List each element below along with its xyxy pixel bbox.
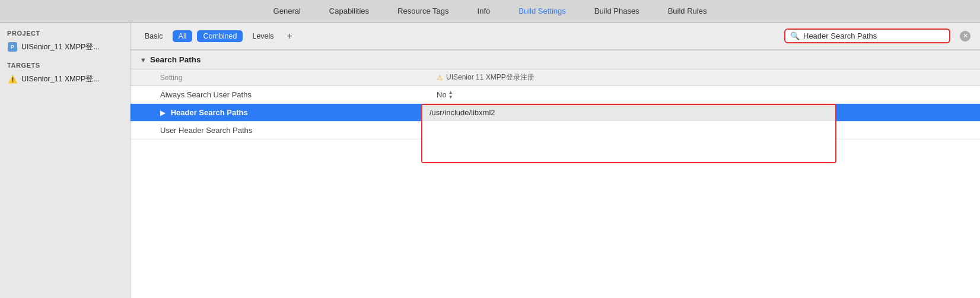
popup-value: /usr/include/libxml2 xyxy=(429,108,495,117)
col-header-target: ⚠ UISenior 11 XMPP登录注册 xyxy=(427,72,980,83)
project-section-header: PROJECT xyxy=(0,27,130,39)
close-search-button[interactable]: ✕ xyxy=(960,31,971,42)
project-item-label: UISenior_11 XMPP登... xyxy=(21,42,100,52)
popup-value-row: /usr/include/libxml2 xyxy=(422,105,835,121)
nav-build-settings[interactable]: Build Settings xyxy=(516,2,568,20)
stepper-control[interactable]: ▲ ▼ xyxy=(448,90,453,100)
no-stepper: No ▲ ▼ xyxy=(437,90,971,100)
toolbar: Basic All Combined Levels + 🔍 ✕ xyxy=(131,23,980,50)
table-row[interactable]: ▶ Header Search Paths /usr/include/libxm… xyxy=(131,104,980,122)
table-area: ▼ Search Paths Setting ⚠ UISenior 11 XMP… xyxy=(131,50,980,298)
top-navigation: General Capabilities Resource Tags Info … xyxy=(0,0,980,23)
nav-resource-tags[interactable]: Resource Tags xyxy=(395,2,451,20)
all-button[interactable]: All xyxy=(173,30,193,42)
row-always-search-value: No ▲ ▼ xyxy=(427,87,980,103)
header-search-popup: /usr/include/libxml2 xyxy=(421,104,836,163)
project-icon: P xyxy=(7,42,18,52)
section-title: Search Paths xyxy=(150,55,201,64)
column-headers: Setting ⚠ UISenior 11 XMPP登录注册 xyxy=(131,69,980,86)
nav-info[interactable]: Info xyxy=(475,2,493,20)
sidebar-target-item[interactable]: ⚠️ UISenior_11 XMPP登... xyxy=(0,71,130,87)
row-header-search-label: ▶ Header Search Paths xyxy=(131,105,427,120)
row-always-search-label: Always Search User Paths xyxy=(131,87,427,102)
nav-build-phases[interactable]: Build Phases xyxy=(592,2,642,20)
popup-empty-area xyxy=(422,121,835,162)
sidebar: PROJECT P UISenior_11 XMPP登... TARGETS ⚠… xyxy=(0,23,131,298)
nav-capabilities[interactable]: Capabilities xyxy=(327,2,371,20)
nav-build-rules[interactable]: Build Rules xyxy=(666,2,709,20)
search-input[interactable] xyxy=(803,31,922,40)
combined-button[interactable]: Combined xyxy=(197,30,243,42)
row-user-header-search-label: User Header Search Paths xyxy=(131,123,427,138)
basic-button[interactable]: Basic xyxy=(140,30,168,42)
sidebar-project-item[interactable]: P UISenior_11 XMPP登... xyxy=(0,39,130,55)
target-icon: ⚠️ xyxy=(7,74,18,84)
section-header-search-paths: ▼ Search Paths xyxy=(131,50,980,69)
col-target-label: UISenior 11 XMPP登录注册 xyxy=(446,72,534,83)
search-icon: 🔍 xyxy=(790,31,800,40)
target-item-label: UISenior_11 XMPP登... xyxy=(21,74,100,84)
content-area: Basic All Combined Levels + 🔍 ✕ ▼ Search… xyxy=(131,23,980,298)
main-area: PROJECT P UISenior_11 XMPP登... TARGETS ⚠… xyxy=(0,23,980,298)
targets-section-header: TARGETS xyxy=(0,59,130,71)
search-box[interactable]: 🔍 xyxy=(784,28,950,43)
target-warning-icon: ⚠ xyxy=(437,74,443,82)
col-header-setting: Setting xyxy=(131,74,427,82)
levels-button[interactable]: Levels xyxy=(247,30,278,42)
section-arrow: ▼ xyxy=(140,56,147,64)
disclosure-arrow: ▶ xyxy=(160,109,165,117)
add-button[interactable]: + xyxy=(284,31,296,42)
table-row[interactable]: Always Search User Paths No ▲ ▼ xyxy=(131,86,980,104)
nav-general[interactable]: General xyxy=(271,2,303,20)
